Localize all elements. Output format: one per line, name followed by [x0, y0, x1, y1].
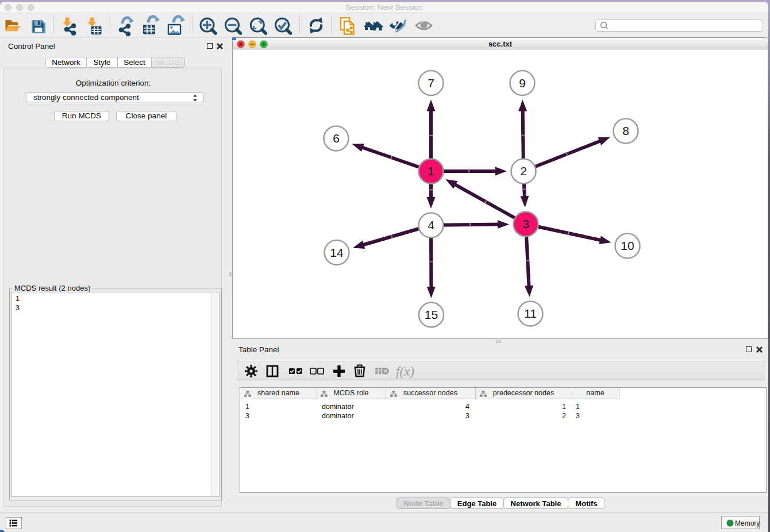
svg-text:4: 4 [428, 218, 434, 232]
svg-text:9: 9 [519, 76, 526, 90]
svg-text:f(x): f(x) [396, 364, 414, 379]
svg-text:6: 6 [333, 132, 340, 145]
svg-text:1: 1 [428, 164, 434, 178]
svg-text:10: 10 [621, 239, 634, 252]
svg-text:2: 2 [520, 164, 527, 178]
svg-text:7: 7 [428, 76, 434, 90]
svg-text:14: 14 [330, 246, 344, 259]
svg-text:8: 8 [622, 124, 629, 137]
svg-text:3: 3 [522, 217, 529, 230]
svg-text:15: 15 [425, 308, 438, 321]
svg-text:11: 11 [524, 307, 537, 320]
